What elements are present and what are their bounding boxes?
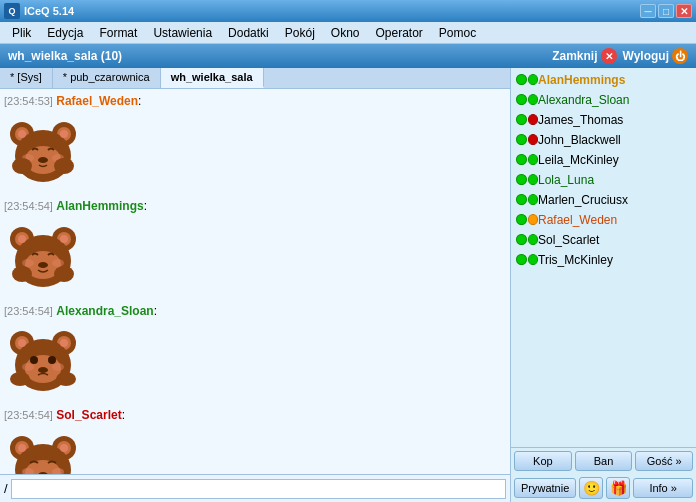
zamknij-label: Zamknij (552, 49, 597, 63)
svg-point-11 (18, 130, 26, 138)
user-name-lola: Lola_Luna (538, 173, 594, 187)
menu-bar: Plik Edycja Format Ustawienia Dodatki Po… (0, 22, 696, 44)
info-button[interactable]: Info » (633, 478, 693, 498)
user-item-lola[interactable]: Lola_Luna (513, 170, 694, 190)
timestamp-3: [23:54:54] (4, 305, 53, 317)
app-icon: Q (4, 3, 20, 19)
emoticon-button[interactable]: 🙂 (579, 477, 603, 499)
user-item-sol[interactable]: Sol_Scarlet (513, 230, 694, 250)
username-rafael: Rafael_Weden (56, 94, 138, 108)
menu-ustawienia[interactable]: Ustawienia (145, 24, 220, 42)
user-name-alexandra: Alexandra_Sloan (538, 93, 629, 107)
message-1: [23:54:53] Rafael_Weden: (4, 93, 506, 192)
user-name-john: John_Blackwell (538, 133, 621, 147)
svg-point-33 (48, 356, 56, 364)
menu-plik[interactable]: Plik (4, 24, 39, 42)
user-name-sol: Sol_Scarlet (538, 233, 599, 247)
minimize-button[interactable]: ─ (640, 4, 656, 18)
channel-bar-right: Zamknij ✕ Wyloguj ⏻ (552, 48, 688, 64)
user-item-james[interactable]: James_Thomas (513, 110, 694, 130)
menu-dodatki[interactable]: Dodatki (220, 24, 277, 42)
timestamp-2: [23:54:54] (4, 200, 53, 212)
svg-point-38 (56, 372, 76, 386)
svg-point-34 (22, 363, 34, 371)
svg-point-9 (12, 158, 32, 174)
zamknij-button[interactable]: Zamknij ✕ (552, 48, 616, 64)
user-item-alan[interactable]: AlanHemmings (513, 70, 694, 90)
svg-point-25 (60, 235, 68, 243)
kop-button[interactable]: Kop (514, 451, 572, 471)
rp-buttons-bottom: Prywatnie 🙂 🎁 Info » (511, 474, 696, 502)
user-name-alan: AlanHemmings (538, 73, 625, 87)
title-bar-controls: ─ □ ✕ (640, 4, 692, 18)
ban-button[interactable]: Ban (575, 451, 633, 471)
tabs: * [Sys] * pub_czarownica wh_wielka_sala (0, 68, 510, 89)
user-name-leila: Leila_McKinley (538, 153, 619, 167)
svg-point-12 (60, 130, 68, 138)
svg-point-37 (10, 372, 30, 386)
gos-button[interactable]: Gość » (635, 451, 693, 471)
svg-point-32 (30, 356, 38, 364)
svg-point-53 (60, 444, 68, 452)
tab-pub-czarownica[interactable]: * pub_czarownica (53, 68, 161, 88)
rp-buttons-top: Kop Ban Gość » (511, 447, 696, 474)
user-name-rafael: Rafael_Weden (538, 213, 617, 227)
bear-sticker-4 (4, 428, 506, 474)
user-status-marlen (516, 194, 538, 206)
username-alexandra: Alexandra_Sloan (56, 304, 153, 318)
user-status-john (516, 134, 538, 146)
bear-sticker-1 (4, 114, 506, 192)
message-2: [23:54:54] AlanHemmings: (4, 198, 506, 297)
menu-format[interactable]: Format (91, 24, 145, 42)
user-item-leila[interactable]: Leila_McKinley (513, 150, 694, 170)
user-status-alexandra (516, 94, 538, 106)
chat-area[interactable]: [23:54:53] Rafael_Weden: (0, 89, 510, 474)
bear-sticker-3 (4, 323, 506, 401)
chat-input[interactable] (11, 479, 506, 499)
svg-point-8 (38, 157, 48, 163)
svg-point-35 (52, 363, 64, 371)
user-item-marlen[interactable]: Marlen_Cruciusx (513, 190, 694, 210)
user-item-alexandra[interactable]: Alexandra_Sloan (513, 90, 694, 110)
svg-point-22 (12, 266, 32, 282)
menu-edycja[interactable]: Edycja (39, 24, 91, 42)
input-area: / (0, 474, 510, 502)
maximize-button[interactable]: □ (658, 4, 674, 18)
menu-pomoc[interactable]: Pomoc (431, 24, 484, 42)
svg-point-21 (38, 262, 48, 268)
message-3: [23:54:54] Alexandra_Sloan: (4, 303, 506, 402)
menu-pokoj[interactable]: Pokój (277, 24, 323, 42)
username-alan: AlanHemmings (56, 199, 143, 213)
tab-wh-wielka-sala[interactable]: wh_wielka_sala (161, 68, 264, 88)
user-status-james (516, 114, 538, 126)
tab-sys[interactable]: * [Sys] (0, 68, 53, 88)
window-close-button[interactable]: ✕ (676, 4, 692, 18)
user-name-marlen: Marlen_Cruciusx (538, 193, 628, 207)
main-layout: * [Sys] * pub_czarownica wh_wielka_sala … (0, 68, 696, 502)
svg-point-52 (18, 444, 26, 452)
channel-bar: wh_wielka_sala (10) Zamknij ✕ Wyloguj ⏻ (0, 44, 696, 68)
gift-button[interactable]: 🎁 (606, 477, 630, 499)
user-status-leila (516, 154, 538, 166)
svg-point-23 (54, 266, 74, 282)
wyloguj-button[interactable]: Wyloguj ⏻ (623, 48, 688, 64)
svg-point-39 (18, 339, 26, 347)
svg-point-40 (60, 339, 68, 347)
wyloguj-circle-icon: ⏻ (672, 48, 688, 64)
menu-okno[interactable]: Okno (323, 24, 368, 42)
username-sol: Sol_Scarlet (56, 408, 121, 422)
user-item-tris[interactable]: Tris_McKinley (513, 250, 694, 270)
user-name-tris: Tris_McKinley (538, 253, 613, 267)
wyloguj-label: Wyloguj (623, 49, 669, 63)
menu-operator[interactable]: Operator (368, 24, 431, 42)
svg-point-19 (22, 259, 34, 267)
close-circle-icon: ✕ (601, 48, 617, 64)
user-status-tris (516, 254, 538, 266)
user-item-john[interactable]: John_Blackwell (513, 130, 694, 150)
title-bar-left: Q ICeQ 5.14 (4, 3, 74, 19)
prywatnie-button[interactable]: Prywatnie (514, 478, 576, 498)
user-item-rafael[interactable]: Rafael_Weden (513, 210, 694, 230)
user-list: AlanHemmings Alexandra_Sloan James_Thoma… (511, 68, 696, 447)
user-status-rafael (516, 214, 538, 226)
message-4: [23:54:54] Sol_Scarlet: (4, 407, 506, 474)
